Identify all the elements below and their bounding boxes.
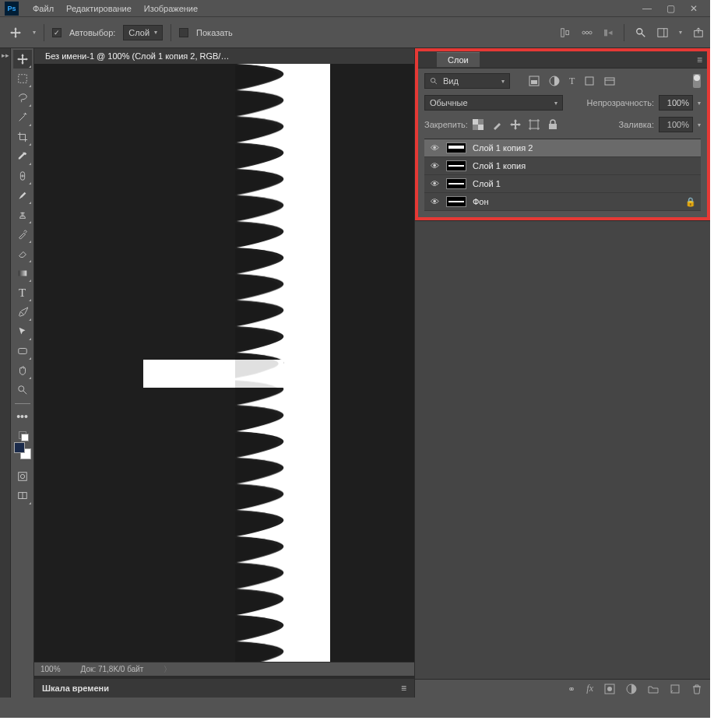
menu-file[interactable]: Файл bbox=[26, 4, 60, 13]
adjustment-layer-icon[interactable] bbox=[626, 684, 637, 694]
layer-thumbnail[interactable] bbox=[446, 178, 466, 189]
magic-wand-tool[interactable] bbox=[13, 108, 32, 127]
move-tool[interactable] bbox=[13, 50, 32, 69]
svg-point-4 bbox=[589, 31, 593, 34]
photoshop-window: Ps Файл Редактирование Изображение — ▢ ✕… bbox=[0, 0, 710, 718]
timeline-menu-icon[interactable]: ≡ bbox=[401, 683, 406, 694]
svg-line-6 bbox=[642, 33, 645, 36]
layers-tab-bar: Слои ≡ bbox=[418, 51, 707, 69]
layers-panel-body: Вид ▾ T Об bbox=[418, 69, 707, 217]
canvas[interactable] bbox=[34, 64, 414, 662]
visibility-icon[interactable]: 👁 bbox=[429, 143, 440, 153]
default-colors-icon[interactable] bbox=[19, 431, 26, 439]
layer-mask-icon[interactable] bbox=[604, 684, 615, 694]
layer-name[interactable]: Слой 1 копия bbox=[473, 161, 526, 170]
show-transform-checkbox[interactable] bbox=[179, 28, 188, 37]
pen-tool[interactable] bbox=[13, 303, 32, 322]
menu-image[interactable]: Изображение bbox=[138, 4, 204, 13]
workspace-switcher-icon[interactable] bbox=[657, 27, 668, 38]
svg-point-24 bbox=[431, 78, 435, 83]
visibility-icon[interactable]: 👁 bbox=[429, 197, 440, 206]
zoom-level[interactable]: 100% bbox=[40, 665, 61, 673]
maximize-button[interactable]: ▢ bbox=[659, 3, 682, 14]
layer-row[interactable]: 👁 Слой 1 копия bbox=[424, 157, 701, 175]
layer-style-icon[interactable]: fx bbox=[586, 683, 593, 694]
search-icon[interactable] bbox=[635, 27, 646, 38]
layers-tab[interactable]: Слои bbox=[437, 52, 480, 67]
brush-tool[interactable] bbox=[13, 186, 32, 205]
filter-type-icon[interactable]: T bbox=[569, 76, 575, 87]
crop-tool[interactable] bbox=[13, 128, 32, 146]
eyedropper-tool[interactable] bbox=[13, 147, 32, 166]
clone-stamp-tool[interactable] bbox=[13, 206, 32, 224]
layer-name[interactable]: Слой 1 bbox=[473, 179, 501, 188]
move-tool-icon[interactable] bbox=[6, 23, 25, 42]
new-group-icon[interactable] bbox=[648, 684, 659, 694]
layer-thumbnail[interactable] bbox=[446, 160, 466, 171]
timeline-panel-tab[interactable]: Шкала времени ≡ bbox=[34, 679, 414, 698]
auto-select-checkbox[interactable] bbox=[52, 28, 62, 37]
gradient-tool[interactable] bbox=[13, 264, 32, 283]
lock-artboard-icon[interactable] bbox=[529, 119, 540, 130]
blend-mode-select[interactable]: Обычные ▾ bbox=[424, 95, 563, 111]
svg-rect-29 bbox=[586, 77, 593, 85]
layer-row[interactable]: 👁 Слой 1 bbox=[424, 175, 701, 193]
svg-rect-1 bbox=[566, 30, 569, 34]
layer-list: 👁 Слой 1 копия 2 👁 Слой 1 копия 👁 bbox=[424, 139, 701, 211]
visibility-icon[interactable]: 👁 bbox=[429, 161, 440, 170]
collapsed-panel-strip[interactable]: ▸▸ bbox=[0, 48, 11, 698]
layer-name[interactable]: Фон bbox=[473, 197, 489, 206]
zoom-tool[interactable] bbox=[13, 381, 32, 399]
lock-position-icon[interactable] bbox=[510, 119, 521, 130]
foreground-color-swatch[interactable] bbox=[14, 442, 25, 453]
lock-all-icon[interactable] bbox=[547, 119, 558, 130]
color-swatches[interactable] bbox=[14, 442, 31, 459]
layer-filter-toggle[interactable] bbox=[693, 74, 701, 88]
layer-row[interactable]: 👁 Слой 1 копия 2 bbox=[424, 139, 701, 157]
new-layer-icon[interactable] bbox=[670, 684, 681, 694]
lock-icon: 🔒 bbox=[685, 197, 696, 207]
align-icon[interactable] bbox=[560, 27, 571, 38]
lock-transparency-icon[interactable] bbox=[473, 119, 484, 130]
document-tab[interactable]: Без имени-1 @ 100% (Слой 1 копия 2, RGB/… bbox=[39, 50, 235, 62]
menu-edit[interactable]: Редактирование bbox=[60, 4, 138, 13]
filter-shape-icon[interactable] bbox=[584, 76, 595, 87]
close-button[interactable]: ✕ bbox=[682, 3, 705, 14]
marquee-tool[interactable] bbox=[13, 69, 32, 88]
white-layer-rect bbox=[143, 360, 283, 388]
distribute-icon[interactable] bbox=[582, 27, 593, 38]
edit-toolbar-icon[interactable]: ••• bbox=[13, 407, 32, 426]
filter-pixel-icon[interactable] bbox=[529, 76, 540, 87]
link-layers-icon[interactable]: ⚭ bbox=[568, 684, 575, 694]
lasso-tool[interactable] bbox=[13, 89, 32, 107]
type-tool[interactable]: T bbox=[13, 283, 32, 302]
auto-select-target-select[interactable]: Слой ▾ bbox=[123, 25, 163, 40]
opacity-input[interactable]: 100% bbox=[659, 95, 693, 111]
screen-mode-icon[interactable] bbox=[13, 487, 32, 505]
layer-row[interactable]: 👁 Фон 🔒 bbox=[424, 193, 701, 211]
hand-tool[interactable] bbox=[13, 361, 32, 380]
layer-filter-kind-select[interactable]: Вид ▾ bbox=[424, 73, 510, 89]
3d-mode-icon[interactable]: ▮◂ bbox=[603, 27, 613, 37]
filter-adjustment-icon[interactable] bbox=[549, 76, 560, 87]
eraser-tool[interactable] bbox=[13, 244, 32, 263]
svg-rect-18 bbox=[18, 473, 26, 481]
lock-image-icon[interactable] bbox=[491, 119, 502, 130]
delete-layer-icon[interactable] bbox=[691, 684, 702, 694]
visibility-icon[interactable]: 👁 bbox=[429, 179, 440, 188]
main-workspace: ▸▸ T ••• bbox=[0, 48, 710, 698]
minimize-button[interactable]: — bbox=[635, 3, 659, 14]
svg-point-16 bbox=[18, 386, 23, 392]
layer-thumbnail[interactable] bbox=[446, 196, 466, 207]
layer-thumbnail[interactable] bbox=[446, 142, 466, 153]
path-selection-tool[interactable] bbox=[13, 322, 32, 341]
fill-input[interactable]: 100% bbox=[659, 117, 693, 132]
layers-panel-menu-icon[interactable]: ≡ bbox=[697, 54, 702, 65]
healing-brush-tool[interactable] bbox=[13, 167, 32, 185]
quick-mask-icon[interactable] bbox=[13, 467, 32, 486]
history-brush-tool[interactable] bbox=[13, 225, 32, 244]
rectangle-tool[interactable] bbox=[13, 342, 32, 360]
filter-smartobject-icon[interactable] bbox=[604, 76, 615, 87]
layer-name[interactable]: Слой 1 копия 2 bbox=[473, 143, 533, 153]
share-icon[interactable] bbox=[693, 27, 704, 38]
